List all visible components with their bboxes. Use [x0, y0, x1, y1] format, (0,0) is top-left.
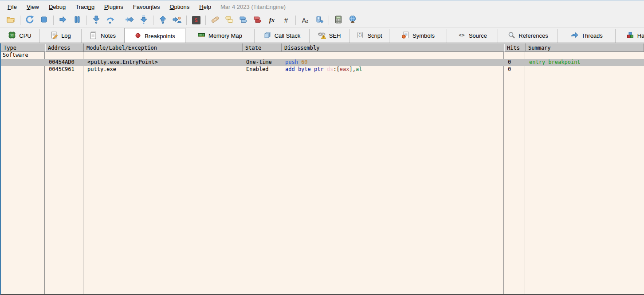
column-header-module[interactable]: Module/Label/Exception — [84, 43, 243, 52]
svg-text:!: ! — [323, 36, 324, 39]
attach-button[interactable] — [313, 14, 326, 27]
menu-plugins[interactable]: Plugins — [99, 1, 128, 12]
state-cell: One-time — [243, 59, 282, 66]
module-cell: <putty.exe.EntryPoint> — [84, 59, 243, 66]
functions-button[interactable]: fx — [265, 14, 279, 27]
calculator-button[interactable] — [332, 14, 345, 27]
calculator-icon — [334, 15, 343, 25]
tab-references[interactable]: References — [498, 29, 558, 43]
step-over-button[interactable] — [104, 14, 117, 27]
table-row-breakpoint-1[interactable]: 00454AD0 <putty.exe.EntryPoint> One-time… — [1, 59, 644, 66]
breakpoint-flags-icon — [253, 15, 262, 25]
tab-seh[interactable]: !SEH — [310, 29, 349, 43]
column-divider — [525, 52, 525, 294]
symbols-icon — [401, 31, 409, 40]
restart-button[interactable] — [23, 14, 36, 27]
step-into-icon — [92, 15, 101, 25]
menu-favourites[interactable]: Favourites — [128, 1, 165, 12]
tab-label: Breakpoints — [145, 33, 175, 39]
close-button[interactable] — [37, 14, 51, 27]
column-header-address[interactable]: Address — [45, 43, 84, 52]
menu-debug[interactable]: Debug — [44, 1, 71, 12]
tab-source[interactable]: <>Source — [447, 29, 498, 43]
comments-button[interactable] — [223, 14, 236, 27]
state-cell: Enabled — [243, 66, 282, 73]
menu-file[interactable]: File — [3, 1, 22, 12]
tab-memory-map[interactable]: Memory Map — [185, 29, 255, 43]
toolbar: S fx # Az — [0, 13, 644, 28]
view-tab-bar: 32CPU Log Notes Breakpoints Memory Map C… — [0, 28, 644, 43]
tab-symbols[interactable]: Symbols — [389, 29, 447, 43]
string-references-button[interactable]: # — [279, 14, 293, 27]
labels-button[interactable] — [237, 14, 250, 27]
run-to-user-code-button[interactable] — [170, 14, 184, 27]
scylla-icon: S — [192, 16, 200, 24]
seh-chain-icon: ! — [318, 31, 326, 40]
tab-breakpoints[interactable]: Breakpoints — [124, 28, 185, 43]
stop-icon — [39, 15, 48, 25]
table-row-breakpoint-2[interactable]: 0045C961 putty.exe Enabled add byte ptr … — [1, 66, 644, 73]
functions-fx-icon: fx — [269, 16, 275, 24]
column-header-hits[interactable]: Hits — [504, 43, 526, 52]
tab-call-stack[interactable]: Call Stack — [255, 29, 310, 43]
menu-help[interactable]: Help — [194, 1, 216, 12]
breakpoint-type-label: Software — [1, 52, 45, 59]
script-page-icon: {} — [356, 31, 364, 40]
toolbar-separator — [53, 16, 54, 25]
menu-tracing[interactable]: Tracing — [71, 1, 99, 12]
column-header-state[interactable]: State — [243, 43, 282, 52]
animate-into-button[interactable] — [123, 14, 136, 27]
tab-label: Notes — [101, 32, 116, 39]
run-arrow-icon — [59, 15, 67, 25]
column-header-type[interactable]: Type — [1, 43, 45, 52]
hits-cell: 0 — [504, 66, 526, 73]
toolbar-separator — [86, 16, 87, 25]
summary-cell: entry breakpoint — [526, 59, 644, 66]
patch-bandaid-icon — [211, 15, 220, 25]
table-group-row-software[interactable]: Software — [1, 52, 644, 59]
animate-over-button[interactable] — [137, 14, 150, 27]
toolbar-separator — [295, 16, 296, 25]
column-header-disassembly[interactable]: Disassembly — [282, 43, 504, 52]
menu-bar: File View Debug Tracing Plugins Favourit… — [0, 0, 644, 13]
execute-till-return-button[interactable] — [156, 14, 169, 27]
globe-icon — [348, 15, 357, 25]
attach-device-icon — [315, 15, 324, 25]
disassembly-cell: push 60 — [282, 59, 504, 66]
restart-icon — [25, 15, 34, 25]
patches-button[interactable] — [208, 14, 222, 27]
hits-cell: 0 — [504, 59, 526, 66]
module-cell: putty.exe — [84, 66, 243, 73]
column-divider — [281, 52, 281, 294]
labels-icon — [239, 15, 248, 25]
summary-cell — [526, 66, 644, 73]
svg-text:32: 32 — [10, 34, 14, 37]
run-button[interactable] — [56, 14, 70, 27]
table-header: Type Address Module/Label/Exception Stat… — [1, 43, 644, 52]
tab-label: Handles — [637, 32, 644, 39]
call-stack-icon — [263, 31, 271, 40]
step-into-button[interactable] — [90, 14, 103, 27]
open-file-button[interactable] — [4, 14, 17, 27]
column-header-summary[interactable]: Summary — [526, 43, 644, 52]
column-divider — [503, 52, 504, 294]
address-cell: 0045C961 — [45, 66, 84, 73]
cpu-chip-icon: 32 — [8, 31, 16, 40]
tab-label: SEH — [329, 32, 341, 39]
tab-label: References — [518, 32, 548, 39]
tab-cpu[interactable]: 32CPU — [0, 29, 40, 43]
tab-script[interactable]: {}Script — [349, 29, 389, 43]
menu-options[interactable]: Options — [165, 1, 194, 12]
tab-notes[interactable]: Notes — [82, 29, 124, 43]
tab-threads[interactable]: Threads — [558, 29, 616, 43]
animate-over-icon — [139, 15, 148, 25]
pause-button[interactable] — [71, 14, 84, 27]
scylla-button[interactable]: S — [189, 14, 203, 27]
tab-handles[interactable]: Handles — [616, 29, 644, 43]
appearance-button[interactable]: Az — [298, 14, 312, 27]
tab-log[interactable]: Log — [40, 29, 82, 43]
breakpoint-list-button[interactable] — [251, 14, 264, 27]
website-button[interactable] — [346, 14, 359, 27]
menu-view[interactable]: View — [22, 1, 44, 12]
threads-arrow-icon — [570, 31, 578, 40]
